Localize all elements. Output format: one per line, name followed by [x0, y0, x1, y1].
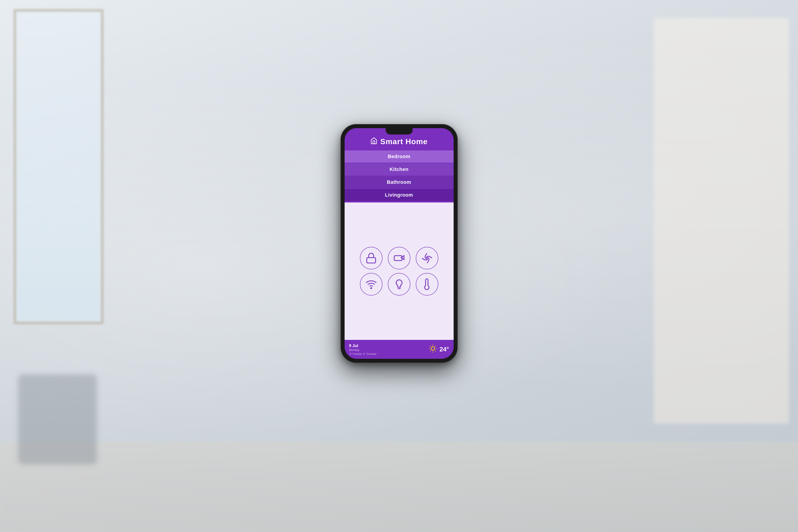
- room-item-livingroom[interactable]: Livingroom: [345, 189, 454, 201]
- weather-date: 9 Jul: [349, 343, 377, 348]
- room-list: Bedroom Kitchen Bathroom Livingroom: [345, 150, 454, 203]
- svg-point-4: [350, 354, 351, 355]
- forecast-day-2: Thursday: [366, 353, 376, 355]
- chair-decoration: [18, 374, 97, 464]
- wifi-button[interactable]: [360, 273, 382, 296]
- controls-row-1: [360, 247, 438, 269]
- svg-line-11: [349, 355, 350, 355]
- light-button[interactable]: [388, 273, 411, 296]
- svg-line-7: [349, 353, 350, 353]
- forecast-item-2: Thursday: [363, 353, 376, 355]
- weather-day: Monday: [349, 348, 377, 352]
- floor-decoration: [0, 442, 798, 532]
- sun-icon: [429, 344, 437, 355]
- home-icon: [370, 137, 378, 146]
- weather-bar: 9 Jul Monday: [345, 340, 454, 359]
- fan-button[interactable]: [416, 247, 438, 269]
- lock-button[interactable]: [360, 247, 382, 269]
- svg-line-16: [363, 353, 363, 353]
- weather-mini-forecast: Tuesday: [349, 353, 377, 355]
- room-item-kitchen[interactable]: Kitchen: [345, 163, 454, 175]
- svg-line-8: [351, 355, 352, 355]
- svg-line-20: [363, 355, 363, 355]
- temperature-button[interactable]: [416, 273, 438, 296]
- svg-point-3: [370, 288, 372, 288]
- room-item-bathroom[interactable]: Bathroom: [345, 176, 454, 188]
- svg-line-29: [430, 351, 431, 351]
- phone-wrapper: Smart Home Bedroom Kitchen Bathroom Livi…: [341, 124, 458, 363]
- window-decoration: [14, 9, 103, 324]
- room-item-bedroom[interactable]: Bedroom: [345, 150, 454, 163]
- controls-row-2: [360, 273, 438, 296]
- svg-line-26: [435, 351, 436, 351]
- svg-line-30: [435, 346, 436, 346]
- svg-point-2: [426, 257, 428, 259]
- svg-rect-1: [394, 255, 402, 261]
- svg-point-13: [363, 354, 365, 355]
- phone-screen: Smart Home Bedroom Kitchen Bathroom Livi…: [345, 128, 454, 359]
- bookshelf-decoration: [654, 18, 789, 423]
- svg-rect-0: [367, 258, 376, 263]
- phone-notch: [386, 128, 413, 134]
- projector-button[interactable]: [388, 247, 411, 269]
- phone-device: Smart Home Bedroom Kitchen Bathroom Livi…: [341, 124, 458, 363]
- svg-point-22: [431, 347, 435, 350]
- weather-left: 9 Jul Monday: [349, 343, 377, 355]
- svg-line-25: [430, 346, 431, 346]
- forecast-item-1: Tuesday: [349, 353, 362, 355]
- forecast-day-1: Tuesday: [353, 353, 362, 355]
- weather-temperature: 24°: [439, 346, 449, 353]
- svg-line-12: [351, 353, 352, 353]
- scene: Smart Home Bedroom Kitchen Bathroom Livi…: [0, 0, 798, 532]
- weather-right: 24°: [429, 344, 449, 355]
- app-title: Smart Home: [380, 137, 428, 146]
- controls-area: [345, 203, 454, 340]
